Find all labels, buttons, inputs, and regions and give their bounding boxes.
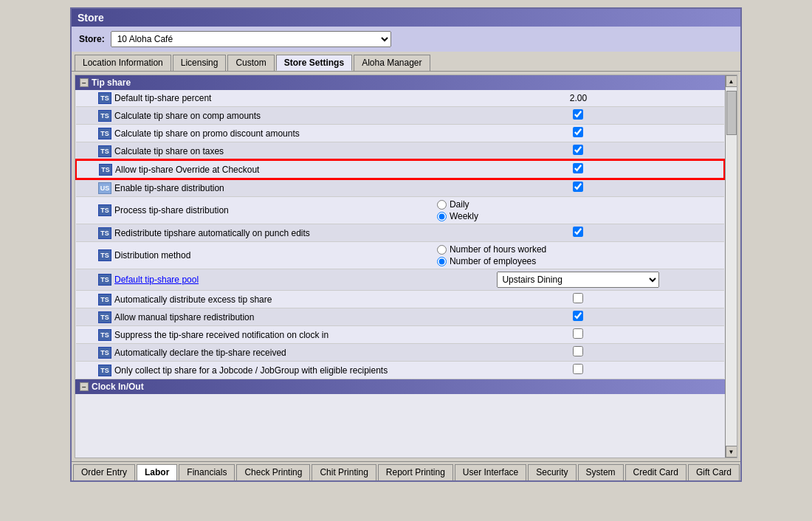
scroll-down-btn[interactable]: ▼	[726, 446, 737, 458]
tab-check-printing[interactable]: Check Printing	[236, 464, 310, 480]
checkbox-redistribute-auto[interactable]	[573, 227, 583, 237]
scroll-up-btn[interactable]: ▲	[726, 75, 737, 87]
tab-chit-printing[interactable]: Chit Printing	[312, 464, 376, 480]
table-row: TS Default tip-share pool Upstairs Dinin…	[76, 269, 724, 291]
main-content: − Tip share TS Default tip-share percent	[75, 75, 737, 458]
tip-share-title: Tip share	[92, 77, 131, 88]
tab-gift-card[interactable]: Gift Card	[688, 464, 740, 480]
checkbox-suppress-notification[interactable]	[573, 328, 583, 339]
tab-custom[interactable]: Custom	[227, 55, 274, 71]
radio-hours-label: Number of hours worked	[450, 244, 546, 255]
radio-daily-label: Daily	[450, 199, 469, 210]
ts-icon: TS	[98, 204, 111, 216]
row-label-text: Calculate tip share on taxes	[114, 146, 224, 156]
row-label-text: Only collect tip share for a Jobcode / J…	[114, 365, 388, 376]
table-row: US Enable tip-share distribution	[76, 179, 724, 197]
checkbox-only-collect-eligible[interactable]	[573, 364, 583, 374]
ts-icon: TS	[99, 164, 112, 176]
tab-licensing[interactable]: Licensing	[173, 55, 227, 71]
radio-weekly[interactable]	[437, 212, 447, 221]
table-row: TS Allow manual tipshare redistribution	[76, 308, 724, 326]
table-row: TS Suppress the tip-share received notif…	[76, 326, 724, 344]
default-pool-select[interactable]: Upstairs Dining	[497, 272, 659, 288]
ts-icon: TS	[98, 329, 111, 341]
tab-location-information[interactable]: Location Information	[75, 55, 171, 71]
ts-icon: TS	[98, 311, 111, 323]
row-label-text: Default tip-share percent	[114, 93, 211, 103]
tab-order-entry[interactable]: Order Entry	[73, 464, 135, 480]
bottom-tab-bar: Order Entry Labor Financials Check Print…	[72, 461, 740, 480]
default-pool-link[interactable]: Default tip-share pool	[114, 275, 199, 285]
checkbox-excess-auto[interactable]	[573, 293, 583, 303]
store-label: Store:	[79, 34, 105, 44]
table-row: TS Automatically distribute excess tip s…	[76, 291, 724, 308]
tab-store-settings[interactable]: Store Settings	[276, 55, 352, 71]
radio-hours[interactable]	[437, 245, 447, 255]
row-label-text: Allow manual tipshare redistribution	[114, 312, 254, 322]
row-label-text: Enable tip-share distribution	[114, 183, 224, 193]
ts-icon: TS	[98, 227, 111, 239]
table-row-highlighted: TS Allow tip-share Override at Checkout	[76, 160, 724, 179]
scroll-track[interactable]	[726, 87, 737, 446]
table-row: TS Process tip-share distribution Daily	[76, 197, 724, 224]
tab-financials[interactable]: Financials	[179, 464, 235, 480]
clock-in-out-collapse-btn[interactable]: −	[80, 382, 89, 391]
ts-icon: TS	[98, 92, 111, 104]
table-row: TS Calculate tip share on comp amounts	[76, 107, 724, 125]
radio-employees-label: Number of employees	[450, 256, 536, 266]
clock-in-out-section-header[interactable]: − Clock In/Out	[75, 379, 725, 394]
table-row: TS Distribution method Number of hours w…	[76, 242, 724, 269]
checkbox-manual-redistribution[interactable]	[573, 311, 583, 321]
table-row: TS Calculate tip share on promo discount…	[76, 125, 724, 142]
table-row: TS Automatically declare the tip-share r…	[76, 344, 724, 362]
tip-share-section-header[interactable]: − Tip share	[75, 75, 725, 90]
table-row: TS Only collect tip share for a Jobcode …	[76, 362, 724, 379]
row-label-text: Process tip-share distribution	[114, 205, 229, 215]
checkbox-calc-promo[interactable]	[573, 127, 583, 137]
store-selector-row: Store: 10 Aloha Café	[72, 27, 740, 52]
checkbox-allow-override[interactable]	[573, 163, 583, 173]
row-label-text: Suppress the tip-share received notifica…	[114, 330, 328, 340]
ts-icon: TS	[98, 128, 111, 139]
scrollbar: ▲ ▼	[725, 75, 737, 458]
top-tab-bar: Location Information Licensing Custom St…	[72, 52, 740, 72]
table-row: TS Default tip-share percent 2.00	[76, 90, 724, 107]
ts-icon: TS	[98, 110, 111, 122]
row-label-text: Automatically distribute excess tip shar…	[114, 294, 272, 305]
ts-icon: TS	[98, 294, 111, 306]
tip-share-collapse-btn[interactable]: −	[80, 78, 89, 87]
radio-daily[interactable]	[437, 200, 447, 210]
tab-credit-card[interactable]: Credit Card	[625, 464, 687, 480]
tab-system[interactable]: System	[578, 464, 624, 480]
process-distribution-radio-group: Daily Weekly	[437, 199, 720, 221]
scroll-thumb[interactable]	[726, 91, 737, 135]
table-row: TS Redistribute tipshare automatically o…	[76, 224, 724, 242]
tab-labor[interactable]: Labor	[137, 464, 177, 480]
row-label-text: Automatically declare the tip-share rece…	[114, 348, 286, 358]
checkbox-auto-declare[interactable]	[573, 346, 583, 356]
ts-icon: TS	[98, 347, 111, 359]
checkbox-calc-comp[interactable]	[573, 109, 583, 120]
tab-report-printing[interactable]: Report Printing	[378, 464, 453, 480]
checkbox-calc-taxes[interactable]	[573, 145, 583, 155]
radio-employees[interactable]	[437, 257, 447, 266]
radio-weekly-label: Weekly	[450, 211, 478, 221]
title-bar: Store	[72, 9, 740, 27]
ts-icon: TS	[98, 249, 111, 261]
window-title: Store	[78, 12, 104, 24]
store-select[interactable]: 10 Aloha Café	[111, 31, 391, 47]
tab-security[interactable]: Security	[528, 464, 576, 480]
tab-user-interface[interactable]: User Interface	[455, 464, 526, 480]
row-value: 2.00	[433, 90, 724, 107]
ts-icon: TS	[98, 145, 111, 157]
ts-icon: TS	[98, 365, 111, 376]
row-label-text: Calculate tip share on promo discount am…	[114, 128, 300, 139]
checkbox-enable-distribution[interactable]	[573, 182, 583, 192]
tab-aloha-manager[interactable]: Aloha Manager	[354, 55, 430, 71]
us-icon: US	[98, 182, 111, 194]
settings-table: TS Default tip-share percent 2.00	[75, 90, 725, 379]
row-label-text: Calculate tip share on comp amounts	[114, 111, 261, 121]
row-label-text: Redistribute tipshare automatically on p…	[114, 228, 310, 238]
row-label-text: Distribution method	[114, 250, 190, 260]
row-label-text: Allow tip-share Override at Checkout	[115, 165, 259, 175]
